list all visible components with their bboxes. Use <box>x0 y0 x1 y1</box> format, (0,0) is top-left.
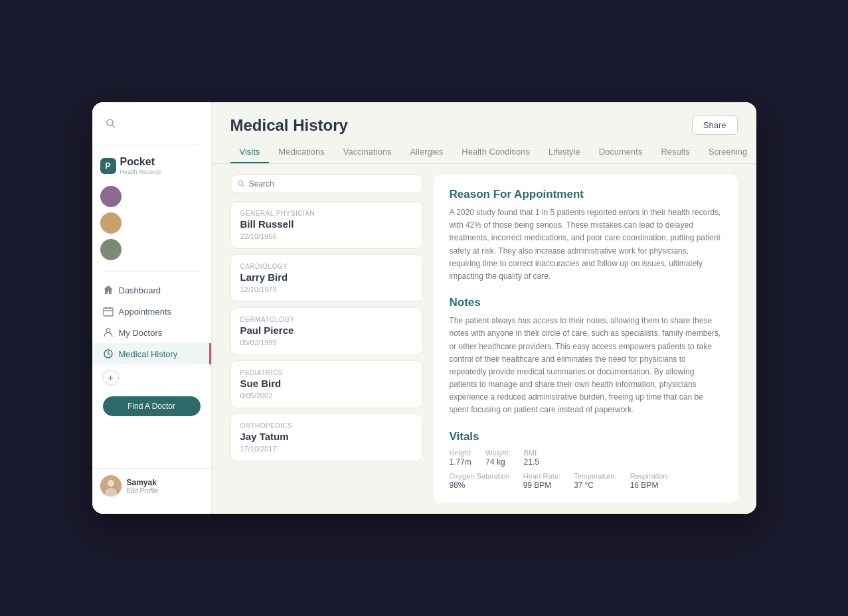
search-icon[interactable] <box>100 113 122 134</box>
tab-medications[interactable]: Medications <box>269 141 333 163</box>
doctor-date-4: 17/10/2017 <box>240 445 413 453</box>
content-area: GENERAL PHYSICIAN Bill Russell 22/10/195… <box>212 164 756 514</box>
vital-height: Height: 1.77m <box>450 449 473 467</box>
doctor-card-0[interactable]: GENERAL PHYSICIAN Bill Russell 22/10/195… <box>230 201 423 249</box>
logo-area: P Pocket Health Records <box>92 151 211 181</box>
tab-documents[interactable]: Documents <box>590 141 652 163</box>
tab-health-conditions[interactable]: Health Conditions <box>452 141 539 163</box>
heart-label: Heart Rate: <box>523 472 560 480</box>
nav-label-dashboard: Dashboard <box>119 285 161 295</box>
notes-text: The patient always has access to their n… <box>450 315 722 417</box>
avatar-3[interactable] <box>100 239 122 260</box>
reason-text: A 2020 study found that 1 in 5 patients … <box>450 206 722 283</box>
bmi-value: 21.5 <box>523 457 539 467</box>
svg-point-6 <box>106 329 110 333</box>
vital-weight: Weight: 74 kg <box>485 449 510 467</box>
profile-name: Samyak <box>127 478 203 487</box>
vitals-title: Vitals <box>450 430 722 443</box>
avatar-1[interactable] <box>100 186 122 207</box>
doctor-specialty-4: ORTHOPEDICS <box>240 422 413 429</box>
height-value: 1.77m <box>450 457 473 467</box>
svg-point-11 <box>238 181 242 185</box>
logo-icon: P <box>100 158 116 174</box>
oxygen-label: Oxygen Saturation <box>450 472 510 480</box>
vital-temp: Temperature: 37 °C <box>574 472 617 490</box>
search-box[interactable] <box>230 175 423 193</box>
doctor-card-4[interactable]: ORTHOPEDICS Jay Tatum 17/10/2017 <box>230 414 423 461</box>
svg-rect-2 <box>104 308 113 316</box>
profile-info: Samyak Edit Profile <box>127 478 203 495</box>
find-doctor-button[interactable]: Find A Doctor <box>103 396 201 416</box>
doctor-card-3[interactable]: PEDIATRICS Sue Bird 0/05/2002 <box>230 360 423 408</box>
doctor-specialty-1: CARDIOLOGY <box>240 263 413 270</box>
doctor-card-2[interactable]: DERMATOLOGY Paul Pierce 05/02/1999 <box>230 307 423 355</box>
doctor-name-1: Larry Bird <box>240 271 413 283</box>
tab-visits[interactable]: Visits <box>230 141 270 163</box>
bmi-label: BMI: <box>523 449 539 457</box>
nav-label-my-doctors: My Doctors <box>119 328 163 338</box>
vital-heart: Heart Rate: 99 BPM <box>523 472 560 490</box>
doctor-name-3: Sue Bird <box>240 378 413 389</box>
doctor-date-1: 12/10/1979 <box>240 285 413 293</box>
weight-value: 74 kg <box>485 457 510 467</box>
svg-line-12 <box>242 185 244 187</box>
tab-screening[interactable]: Screening <box>699 141 756 163</box>
doctor-date-3: 0/05/2002 <box>240 392 413 400</box>
doctor-name-2: Paul Pierce <box>240 325 413 336</box>
doctor-specialty-0: GENERAL PHYSICIAN <box>240 210 413 217</box>
doctor-specialty-3: PEDIATRICS <box>240 369 413 376</box>
doctor-specialty-2: DERMATOLOGY <box>240 316 413 323</box>
svg-point-9 <box>108 480 114 487</box>
profile-edit[interactable]: Edit Profile <box>127 487 203 495</box>
sidebar-item-dashboard[interactable]: Dashboard <box>92 279 211 301</box>
detail-panel: Reason For Appointment A 2020 study foun… <box>434 175 738 503</box>
sidebar-item-appointments[interactable]: Appointments <box>92 301 211 322</box>
page-title: Medical History <box>230 116 348 135</box>
share-button[interactable]: Share <box>692 116 738 135</box>
app-name: Pocket <box>120 156 161 168</box>
resp-value: 16 BPM <box>630 481 669 490</box>
sidebar-profile[interactable]: Samyak Edit Profile <box>92 468 211 503</box>
doctor-date-2: 05/02/1999 <box>240 339 413 346</box>
weight-label: Weight: <box>485 449 510 457</box>
tab-allergies[interactable]: Allergies <box>400 141 452 163</box>
sidebar-divider-top <box>104 145 199 145</box>
tab-lifestyle[interactable]: Lifestyle <box>539 141 590 163</box>
reason-section: Reason For Appointment A 2020 study foun… <box>450 188 722 283</box>
search-input[interactable] <box>249 179 416 189</box>
height-label: Height: <box>450 449 473 457</box>
sidebar-divider-mid <box>104 271 199 271</box>
svg-point-0 <box>107 119 113 125</box>
add-button[interactable]: + <box>103 370 119 386</box>
page-header: Medical History Share <box>212 102 756 141</box>
doctor-name-4: Jay Tatum <box>240 431 413 442</box>
vital-resp: Respiration: 16 BPM <box>630 472 669 490</box>
doctor-date-0: 22/10/1956 <box>240 232 413 240</box>
sidebar-item-medical-history[interactable]: Medical History <box>92 343 211 364</box>
main-content: Medical History Share Visits Medications… <box>212 102 756 514</box>
doctor-list-panel: GENERAL PHYSICIAN Bill Russell 22/10/195… <box>230 175 423 503</box>
nav-label-appointments: Appointments <box>119 307 172 317</box>
app-subtitle: Health Records <box>120 169 161 175</box>
sidebar-item-my-doctors[interactable]: My Doctors <box>92 322 211 343</box>
search-icon-small <box>238 180 245 188</box>
profile-avatar <box>100 475 122 497</box>
nav-label-medical-history: Medical History <box>119 349 178 359</box>
vitals-row-2: Oxygen Saturation 98% Heart Rate: 99 BPM… <box>450 472 722 503</box>
temp-label: Temperature: <box>574 472 617 480</box>
temp-value: 37 °C <box>574 481 617 490</box>
tab-vaccinations[interactable]: Vaccinations <box>334 141 401 163</box>
doctor-name-0: Bill Russell <box>240 218 413 230</box>
svg-line-1 <box>112 125 115 127</box>
doctor-card-1[interactable]: CARDIOLOGY Larry Bird 12/10/1979 <box>230 254 423 302</box>
vitals-row-1: Height: 1.77m Weight: 74 kg BMI: 21.5 <box>450 449 722 467</box>
tab-results[interactable]: Results <box>651 141 699 163</box>
resp-label: Respiration: <box>630 472 669 480</box>
nav-menu: Dashboard Appointments My Doctors <box>92 277 211 367</box>
avatar-list <box>92 181 211 266</box>
avatar-2[interactable] <box>100 212 122 234</box>
tabs-bar: Visits Medications Vaccinations Allergie… <box>212 141 756 164</box>
vitals-section: Vitals Height: 1.77m Weight: 74 kg BMI: <box>450 430 722 503</box>
vital-oxygen: Oxygen Saturation 98% <box>450 472 510 490</box>
vital-bmi: BMI: 21.5 <box>523 449 539 467</box>
